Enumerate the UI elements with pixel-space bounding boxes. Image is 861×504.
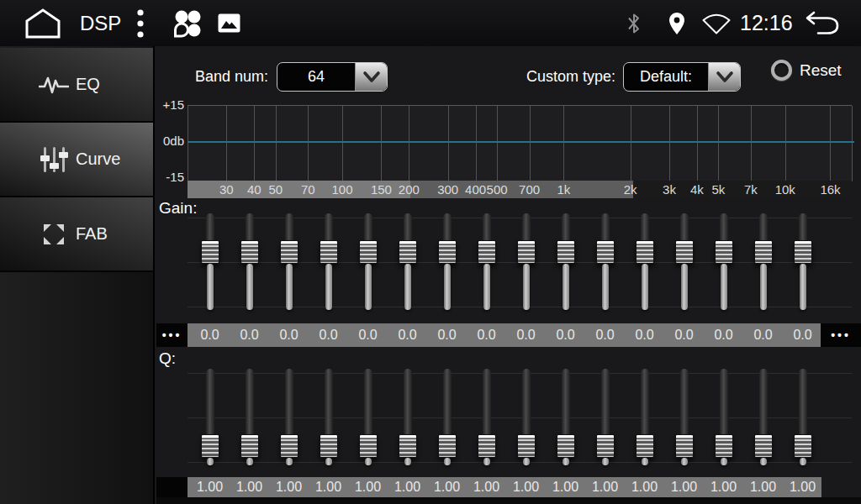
- overflow-menu-button[interactable]: [128, 0, 153, 46]
- y-axis-label: 0db: [156, 134, 184, 148]
- slider-thumb[interactable]: [201, 434, 219, 458]
- gain-slider[interactable]: [506, 212, 546, 312]
- q-slider[interactable]: [269, 367, 309, 468]
- slider-thumb[interactable]: [754, 434, 773, 458]
- bluetooth-icon[interactable]: [622, 0, 646, 46]
- slider-thumb[interactable]: [399, 240, 417, 264]
- gain-slider[interactable]: [546, 212, 585, 312]
- gain-slider[interactable]: [230, 212, 269, 312]
- gain-slider[interactable]: [388, 212, 427, 312]
- q-slider[interactable]: [309, 367, 348, 468]
- q-slider[interactable]: [704, 367, 743, 468]
- q-slider[interactable]: [506, 367, 546, 468]
- slider-thumb[interactable]: [320, 240, 338, 264]
- slider-thumb[interactable]: [478, 240, 496, 264]
- grid-line: [697, 106, 698, 181]
- q-slider[interactable]: [546, 367, 585, 468]
- slider-thumb[interactable]: [280, 240, 298, 264]
- slider-thumb[interactable]: [320, 434, 338, 458]
- gain-slider[interactable]: [704, 212, 743, 312]
- grid-line: [669, 106, 670, 181]
- back-button[interactable]: [800, 0, 844, 46]
- q-value: 1.00: [190, 477, 230, 497]
- slider-thumb[interactable]: [399, 434, 417, 458]
- sidebar-item-curve[interactable]: Curve: [0, 123, 153, 197]
- y-axis-label: -15: [156, 171, 184, 184]
- location-pin-icon[interactable]: [664, 0, 689, 46]
- wifi-icon[interactable]: [700, 0, 733, 46]
- sidebar-item-label: Curve: [76, 150, 120, 169]
- q-slider[interactable]: [664, 367, 704, 468]
- slider-thumb[interactable]: [675, 240, 694, 264]
- slider-thumb[interactable]: [794, 434, 812, 458]
- eq-curve-zero-line: [188, 141, 854, 143]
- apps-launcher-button[interactable]: [168, 0, 207, 46]
- q-slider[interactable]: [783, 367, 822, 468]
- frequency-axis-band[interactable]: 304050701001502003004005007001k2k3k4k5k7…: [188, 181, 852, 198]
- gain-slider[interactable]: [190, 212, 230, 312]
- gallery-button[interactable]: [214, 0, 244, 46]
- q-slider[interactable]: [743, 367, 783, 468]
- q-value: 1.00: [625, 477, 664, 497]
- q-slider[interactable]: [585, 367, 625, 468]
- slider-thumb[interactable]: [636, 434, 654, 458]
- gain-more-right-button[interactable]: •••: [821, 323, 861, 347]
- eq-curve-plot[interactable]: [188, 105, 852, 181]
- gain-slider[interactable]: [585, 212, 625, 312]
- gain-value: 0.0: [625, 323, 664, 347]
- q-slider[interactable]: [348, 367, 388, 468]
- q-slider[interactable]: [467, 367, 506, 468]
- gain-slider[interactable]: [427, 212, 467, 312]
- gain-slider[interactable]: [625, 212, 664, 312]
- slider-thumb[interactable]: [715, 434, 733, 458]
- q-value: 1.00: [348, 477, 388, 497]
- wifi-icon: [701, 13, 732, 34]
- slider-thumb[interactable]: [201, 240, 219, 264]
- band-num-select[interactable]: 64: [277, 62, 388, 92]
- gain-slider[interactable]: [348, 212, 388, 312]
- sidebar-item-fab[interactable]: FAB: [0, 197, 153, 272]
- slider-thumb[interactable]: [359, 240, 378, 264]
- slider-thumb[interactable]: [754, 240, 773, 264]
- gain-slider[interactable]: [664, 212, 704, 312]
- gain-slider[interactable]: [783, 212, 822, 312]
- gain-more-left-button[interactable]: •••: [156, 323, 188, 347]
- gain-slider[interactable]: [309, 212, 348, 312]
- slider-thumb[interactable]: [636, 240, 654, 264]
- slider-thumb[interactable]: [438, 434, 457, 458]
- slider-thumb[interactable]: [557, 434, 575, 458]
- custom-type-select[interactable]: Default:: [623, 62, 741, 92]
- gain-value: 0.0: [664, 323, 704, 347]
- home-button[interactable]: [18, 0, 67, 46]
- q-slider[interactable]: [427, 367, 467, 468]
- slider-thumb[interactable]: [478, 434, 496, 458]
- q-slider[interactable]: [388, 367, 427, 468]
- slider-track-upper: [759, 369, 768, 439]
- slider-thumb[interactable]: [596, 434, 615, 458]
- q-value: 1.00: [269, 477, 309, 497]
- reset-button[interactable]: Reset: [771, 60, 842, 81]
- slider-thumb[interactable]: [359, 434, 378, 458]
- gain-slider[interactable]: [467, 212, 506, 312]
- slider-thumb[interactable]: [675, 434, 694, 458]
- slider-thumb[interactable]: [715, 240, 733, 264]
- slider-thumb[interactable]: [240, 434, 259, 458]
- slider-thumb[interactable]: [240, 240, 259, 264]
- back-return-icon: [805, 11, 840, 35]
- gain-slider[interactable]: [743, 212, 783, 312]
- gain-slider[interactable]: [269, 212, 309, 312]
- q-slider[interactable]: [625, 367, 664, 468]
- sidebar-item-eq[interactable]: EQ: [0, 48, 153, 123]
- slider-track-upper: [720, 369, 728, 439]
- gain-value: 0.0: [506, 323, 546, 347]
- slider-thumb[interactable]: [517, 434, 536, 458]
- slider-thumb[interactable]: [438, 240, 457, 264]
- q-slider[interactable]: [230, 367, 269, 468]
- slider-thumb[interactable]: [557, 240, 575, 264]
- gain-value: 0.0: [783, 323, 822, 347]
- slider-thumb[interactable]: [794, 240, 812, 264]
- q-slider[interactable]: [190, 367, 230, 468]
- slider-thumb[interactable]: [596, 240, 615, 264]
- slider-thumb[interactable]: [280, 434, 298, 458]
- slider-thumb[interactable]: [517, 240, 536, 264]
